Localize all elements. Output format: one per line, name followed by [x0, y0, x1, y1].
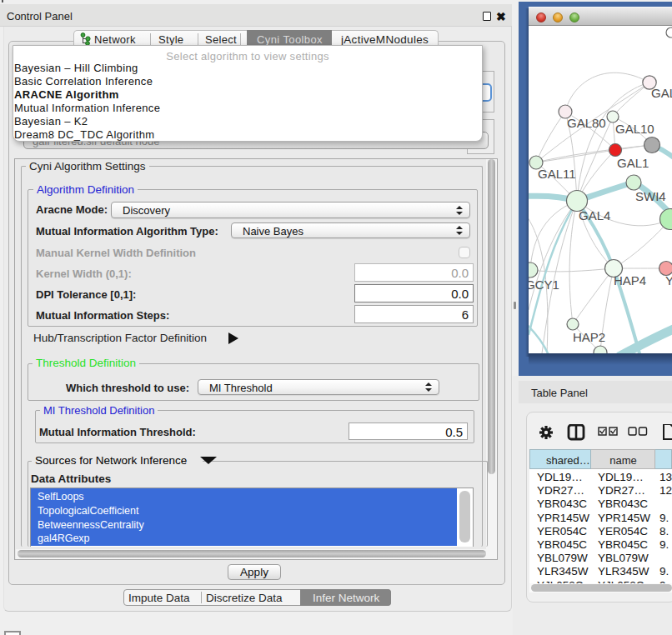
svg-text:SWI4: SWI4 — [635, 189, 666, 203]
svg-text:GAL11: GAL11 — [538, 167, 576, 181]
svg-text:GAL10: GAL10 — [615, 122, 654, 136]
svg-text:GAL: GAL — [651, 86, 672, 100]
svg-text:HAP4: HAP4 — [614, 273, 646, 288]
svg-text:GAL1: GAL1 — [617, 156, 649, 170]
svg-text:Y: Y — [665, 273, 672, 288]
svg-text:GAL80: GAL80 — [567, 116, 606, 130]
svg-text:GAL4: GAL4 — [579, 208, 610, 222]
svg-text:HAP2: HAP2 — [573, 330, 605, 344]
svg-text:GCY1: GCY1 — [529, 278, 559, 292]
